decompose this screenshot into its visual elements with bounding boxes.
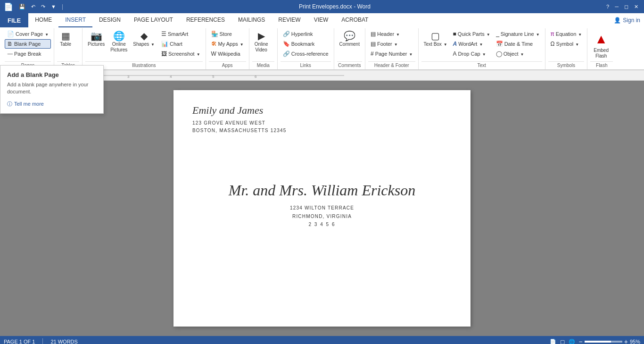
hyperlink-icon: 🔗: [283, 31, 290, 37]
quick-parts-button[interactable]: ■ Quick Parts ▼: [451, 29, 493, 39]
signature-line-icon: ⎯: [496, 31, 499, 37]
cover-page-button[interactable]: 📄 Cover Page ▼: [5, 29, 51, 39]
bookmark-button[interactable]: 🔖 Bookmark: [281, 39, 331, 49]
svg-text:6: 6: [255, 75, 257, 79]
footer-icon: ▤: [371, 41, 376, 47]
person-icon: 👤: [614, 17, 621, 24]
sender-city: BOSTON, MASSACHUSETTS 12345: [192, 127, 452, 134]
online-video-button[interactable]: ▶ OnlineVideo: [252, 29, 271, 55]
object-button[interactable]: ◯ Object ▼: [494, 49, 542, 59]
title-bar: 📄 💾 ↶ ↷ ▼ | Print Envelopes.docx - Word …: [0, 0, 644, 13]
save-button[interactable]: 💾: [17, 3, 27, 11]
media-group-label: Media: [252, 61, 274, 69]
embed-flash-button[interactable]: ▲ EmbedFlash: [590, 29, 612, 61]
blank-page-icon: 🗎: [7, 41, 13, 47]
screenshot-button[interactable]: 🖼 Screenshot ▼: [159, 49, 203, 59]
zoom-out-button[interactable]: −: [579, 338, 583, 344]
media-group: ▶ OnlineVideo Media: [249, 28, 278, 69]
help-button[interactable]: ?: [604, 3, 611, 11]
print-layout-icon[interactable]: ▢: [560, 339, 565, 344]
smartart-button[interactable]: ☰ SmartArt: [159, 29, 203, 39]
pictures-icon: 📷: [91, 31, 102, 41]
illustrations-group: 📷 Pictures 🌐 OnlinePictures ◆ Shapes ▼ ☰…: [83, 28, 206, 69]
svg-text:3: 3: [127, 75, 130, 79]
restore-button[interactable]: ◻: [622, 3, 630, 11]
page-number-icon: #: [371, 50, 374, 57]
comments-group-label: Comments: [337, 61, 362, 69]
tab-row: FILE HOME INSERT DESIGN PAGE LAYOUT REFE…: [0, 13, 644, 27]
page-count: PAGE 1 OF 1: [4, 339, 35, 344]
zoom-slider[interactable]: [585, 341, 622, 343]
customize-button[interactable]: ▼: [49, 3, 58, 10]
word-icon: 📄: [4, 2, 13, 11]
tooltip-body: Add a blank page anywhere in your docume…: [7, 81, 97, 96]
symbol-button[interactable]: Ω Symbol ▼: [548, 39, 585, 49]
online-pictures-button[interactable]: 🌐 OnlinePictures: [108, 29, 130, 55]
cross-reference-button[interactable]: 🔗 Cross-reference: [281, 49, 331, 59]
minimize-button[interactable]: ─: [613, 3, 620, 11]
table-button[interactable]: ▦ Table: [57, 29, 74, 49]
flash-group-label: Flash: [590, 61, 613, 69]
tooltip-title: Add a Blank Page: [7, 71, 97, 78]
tab-design[interactable]: DESIGN: [92, 13, 127, 27]
recipient-street: 1234 WILTON TERRACE: [192, 204, 452, 212]
tab-view[interactable]: VIEW: [307, 13, 335, 27]
tab-insert[interactable]: INSERT: [58, 13, 92, 27]
tab-mailings[interactable]: MAILINGS: [231, 13, 272, 27]
wordart-button[interactable]: A WordArt ▼: [451, 39, 493, 49]
online-video-icon: ▶: [258, 31, 265, 41]
page-number-button[interactable]: # Page Number ▼: [368, 49, 415, 59]
my-apps-icon: 🛠: [211, 41, 217, 47]
flash-group: ▲ EmbedFlash Flash: [587, 28, 616, 69]
tables-group: ▦ Table Tables: [54, 28, 83, 69]
store-icon: 🏪: [211, 31, 218, 37]
comment-button[interactable]: 💬 Comment: [337, 29, 362, 49]
screenshot-icon: 🖼: [161, 50, 167, 57]
status-bar: PAGE 1 OF 1 21 WORDS 📄 ▢ 🌐 − + 95%: [0, 336, 644, 344]
date-time-button[interactable]: 📅 Date & Time: [494, 39, 542, 49]
wordart-icon: A: [453, 41, 457, 47]
symbols-group: π Equation ▼ Ω Symbol ▼ Symbols: [545, 28, 588, 69]
tooltip-link[interactable]: ⓘ Tell me more: [7, 101, 97, 108]
web-layout-icon[interactable]: 🌐: [569, 339, 575, 344]
wikipedia-button[interactable]: W Wikipedia: [209, 49, 246, 59]
info-icon: ⓘ: [7, 101, 12, 108]
links-group: 🔗 Hyperlink 🔖 Bookmark 🔗 Cross-reference…: [278, 28, 334, 69]
footer-button[interactable]: ▤ Footer ▼: [368, 39, 415, 49]
quick-parts-icon: ■: [453, 31, 456, 37]
tab-review[interactable]: REVIEW: [272, 13, 307, 27]
header-icon: ▤: [371, 31, 376, 37]
sign-in-button[interactable]: 👤 Sign in: [610, 13, 644, 27]
store-button[interactable]: 🏪 Store: [209, 29, 246, 39]
symbol-icon: Ω: [551, 41, 555, 47]
document-area[interactable]: Emily and James 123 GROVE AVENUE WEST BO…: [0, 81, 644, 336]
undo-button[interactable]: ↶: [29, 3, 37, 11]
equation-button[interactable]: π Equation ▼: [548, 29, 585, 39]
blank-page-button[interactable]: 🗎 Blank Page: [5, 39, 51, 49]
close-button[interactable]: ✕: [632, 3, 640, 11]
text-group-label: Text: [421, 61, 542, 69]
object-icon: ◯: [496, 50, 502, 57]
tab-page-layout[interactable]: PAGE LAYOUT: [127, 13, 180, 27]
symbols-group-label: Symbols: [548, 61, 585, 69]
drop-cap-button[interactable]: A Drop Cap ▼: [451, 49, 493, 59]
page-break-button[interactable]: ⸻ Page Break: [5, 49, 51, 59]
chart-button[interactable]: 📊 Chart: [159, 39, 203, 49]
tab-references[interactable]: REFERENCES: [180, 13, 231, 27]
layout-icon[interactable]: 📄: [550, 339, 556, 344]
header-button[interactable]: ▤ Header ▼: [368, 29, 415, 39]
zoom-in-button[interactable]: +: [624, 338, 628, 344]
hyperlink-button[interactable]: 🔗 Hyperlink: [281, 29, 331, 39]
signature-line-button[interactable]: ⎯ Signature Line ▼: [494, 29, 542, 39]
document-page: Emily and James 123 GROVE AVENUE WEST BO…: [173, 90, 471, 327]
shapes-button[interactable]: ◆ Shapes ▼: [131, 29, 157, 49]
tab-acrobat[interactable]: ACROBAT: [335, 13, 375, 27]
text-box-button[interactable]: ▢ Text Box ▼: [421, 29, 450, 49]
my-apps-button[interactable]: 🛠 My Apps ▼: [209, 39, 246, 49]
pictures-button[interactable]: 📷 Pictures: [85, 29, 107, 49]
file-tab[interactable]: FILE: [0, 13, 28, 27]
redo-button[interactable]: ↷: [39, 3, 47, 11]
tab-home[interactable]: HOME: [28, 13, 58, 27]
wikipedia-icon: W: [211, 50, 216, 57]
header-footer-group: ▤ Header ▼ ▤ Footer ▼ # Page Number ▼ He…: [365, 28, 419, 69]
